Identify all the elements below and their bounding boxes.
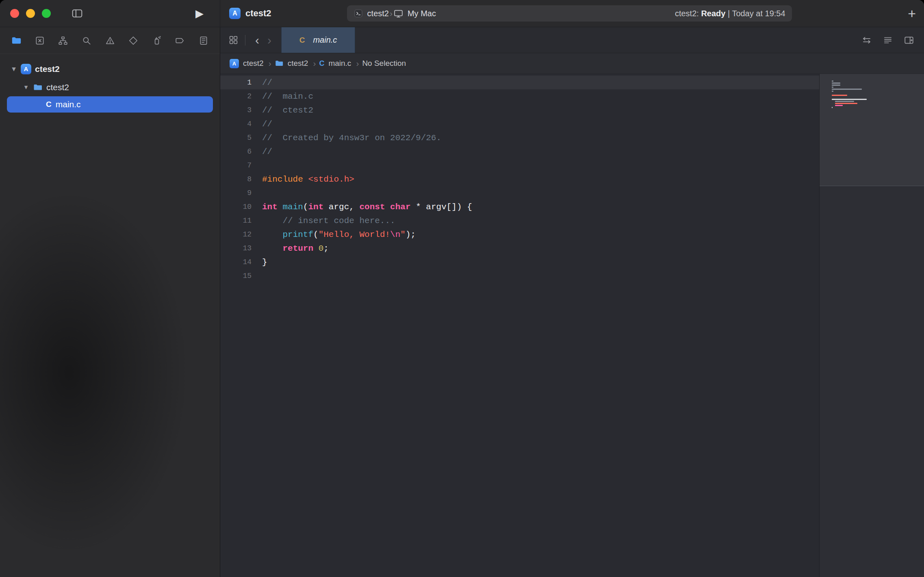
navigator-tab-reports[interactable] [195,33,212,49]
minimap-line [832,109,867,110]
line-number[interactable]: 2 [220,92,256,100]
project-label: ctest2 [35,64,60,74]
code-line[interactable]: 3// ctest2 [220,103,819,117]
code-line[interactable]: 7 [220,158,819,172]
divider [245,35,245,46]
code-review-icon[interactable] [861,35,872,46]
code-line[interactable]: 10int main(int argc, const char * argv[]… [220,200,819,214]
destination-name: My Mac [408,9,436,18]
navigator-tab-debug[interactable] [149,33,165,49]
go-forward-button[interactable]: › [263,34,275,46]
navigator-tab-tests[interactable] [125,33,141,49]
window-title: ctest2 [245,8,271,19]
code-line[interactable]: 1// [220,76,819,89]
navigator-tab-find[interactable] [78,33,95,49]
code-line[interactable]: 5// Created by 4nsw3r on 2022/9/26. [220,131,819,145]
disclosure-triangle-icon[interactable]: ▾ [23,83,29,91]
minimap-line [832,93,867,94]
breadcrumb-group-label: ctest2 [288,59,308,68]
line-number[interactable]: 12 [220,230,256,239]
line-number[interactable]: 7 [220,161,256,169]
line-number[interactable]: 9 [220,189,256,197]
navigator-tab-symbols[interactable] [55,33,71,49]
breadcrumb-group[interactable]: ctest2 [275,59,310,68]
go-back-button[interactable]: ‹ [251,34,263,46]
code-line[interactable]: 12 printf("Hello, World!\n"); [220,228,819,241]
code-text: // ctest2 [262,106,313,115]
line-number[interactable]: 10 [220,203,256,211]
minimap-line [832,97,867,98]
navigator-tab-project[interactable] [8,33,24,49]
line-number[interactable]: 15 [220,272,256,280]
line-number[interactable]: 5 [220,134,256,142]
sidebar-item-main-c[interactable]: C main.c [7,96,213,113]
line-number[interactable]: 8 [220,175,256,183]
navigator-tab-issues[interactable] [102,33,118,49]
navigator-sidebar: ▾ A ctest2 ▾ ctest2 C main.c [0,27,220,577]
code-text: int main(int argc, const char * argv[]) … [262,202,472,212]
disclosure-triangle-icon[interactable]: ▾ [11,65,17,73]
breadcrumb-selection[interactable]: No Selection [362,59,408,68]
code-text: // [262,147,272,156]
code-line[interactable]: 2// main.c [220,89,819,103]
navigator-tab-breakpoints[interactable] [172,33,188,49]
line-number[interactable]: 1 [220,78,256,87]
c-file-icon: C [46,100,52,109]
scheme-name: ctest2 [367,9,389,18]
code-line[interactable]: 15 [220,269,819,283]
minimize-button[interactable] [26,9,35,18]
activity-status: ctest2: Ready | Today at 19:54 [675,9,785,18]
code-text: } [262,258,267,267]
library-add-button[interactable]: + [908,7,916,20]
minimap-line [832,91,833,92]
line-number[interactable]: 4 [220,120,256,128]
adjust-editor-options-icon[interactable] [883,35,893,46]
sidebar-item-project-ctest2[interactable]: ▾ A ctest2 [0,60,220,78]
minimap-line [832,87,833,88]
tab-main-c[interactable]: C main.c [281,27,355,53]
code-line[interactable]: 4// [220,117,819,131]
line-number[interactable]: 13 [220,244,256,252]
minimap[interactable] [819,74,924,577]
close-button[interactable] [10,9,19,18]
code-text: return 0; [262,244,329,253]
scheme-name-segment[interactable]: ctest2 [354,9,389,18]
code-line[interactable]: 14} [220,255,819,269]
line-number[interactable]: 11 [220,217,256,225]
line-number[interactable]: 6 [220,148,256,156]
add-editor-icon[interactable] [904,35,914,46]
code-area[interactable]: 1//2// main.c3// ctest24//5// Created by… [220,74,819,577]
code-text: printf("Hello, World!\n"); [262,230,416,239]
sidebar-toggle-icon[interactable] [71,7,83,20]
minimap-lines [832,80,867,111]
code-line[interactable]: 13 return 0; [220,241,819,255]
code-line[interactable]: 9 [220,186,819,200]
chevron-right-icon: › [356,59,359,68]
group-label: ctest2 [46,82,69,92]
breadcrumb-file-label: main.c [328,59,351,68]
related-items-grid-icon[interactable] [228,35,239,45]
code-line[interactable]: 8#include <stdio.h> [220,172,819,186]
run-button[interactable]: ▶ [195,8,204,19]
code-line[interactable]: 6// [220,145,819,158]
line-number[interactable]: 14 [220,258,256,266]
code-text: // main.c [262,92,313,101]
sidebar-item-group-ctest2[interactable]: ▾ ctest2 [0,78,220,96]
breadcrumb-file[interactable]: C main.c [319,59,353,68]
chevron-right-icon: › [269,59,271,68]
code-line[interactable]: 11 // insert code here... [220,214,819,228]
minimap-line [832,89,862,90]
zoom-button[interactable] [42,9,51,18]
scheme-selector[interactable]: ctest2 › My Mac ctest2: Ready | Today at… [347,5,792,22]
mac-icon [393,9,403,19]
code-text: // [262,78,272,87]
breadcrumb-project[interactable]: A ctest2 [230,59,265,68]
run-destination-segment[interactable]: My Mac [393,9,436,19]
code-text: #include <stdio.h> [262,175,354,184]
status-time: Today at 19:54 [732,9,785,18]
line-number[interactable]: 3 [220,106,256,114]
editor-tab-bar: ‹ › C main.c [220,27,924,53]
minimap-line [832,85,840,86]
minimap-line [835,105,843,106]
navigator-tab-source-control[interactable] [32,33,48,49]
